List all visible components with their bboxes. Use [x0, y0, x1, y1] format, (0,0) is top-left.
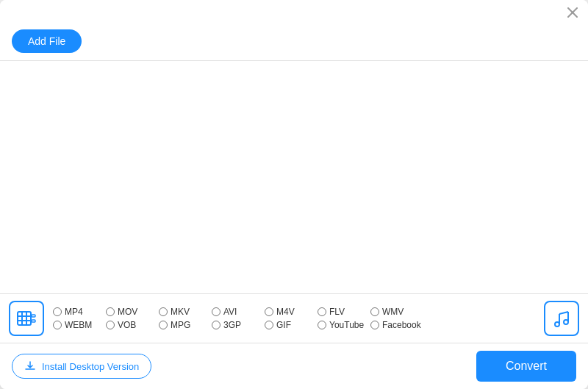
- format-m4v-label: M4V: [276, 307, 295, 317]
- svg-rect-2: [18, 312, 31, 325]
- install-label: Install Desktop Version: [42, 361, 139, 372]
- format-mp4[interactable]: MP4: [53, 307, 106, 317]
- title-bar: [0, 0, 588, 25]
- format-flv-label: FLV: [329, 307, 345, 317]
- add-file-button[interactable]: Add File: [12, 29, 82, 53]
- format-gif-label: GIF: [276, 320, 291, 330]
- download-icon: [24, 360, 36, 372]
- format-facebook-label: Facebook: [382, 320, 421, 330]
- format-m4v[interactable]: M4V: [265, 307, 318, 317]
- format-row-2: WEBM VOB MPG 3GP GIF: [53, 320, 538, 330]
- format-avi[interactable]: AVI: [212, 307, 265, 317]
- format-youtube[interactable]: YouTube: [318, 320, 370, 330]
- format-options: MP4 MOV MKV AVI M4V: [53, 307, 538, 330]
- format-mpg[interactable]: MPG: [159, 320, 212, 330]
- format-3gp-label: 3GP: [223, 320, 241, 330]
- format-3gp[interactable]: 3GP: [212, 320, 265, 330]
- format-vob[interactable]: VOB: [106, 320, 159, 330]
- music-format-icon[interactable]: [544, 301, 579, 336]
- format-mov[interactable]: MOV: [106, 307, 159, 317]
- svg-rect-8: [32, 320, 35, 322]
- format-vob-label: VOB: [118, 320, 136, 330]
- svg-rect-7: [32, 315, 35, 317]
- toolbar: Add File: [0, 25, 588, 60]
- format-mkv[interactable]: MKV: [159, 307, 212, 317]
- convert-button[interactable]: Convert: [476, 351, 576, 382]
- format-bar: MP4 MOV MKV AVI M4V: [0, 293, 588, 343]
- app-window: Add File MP4: [0, 0, 588, 389]
- format-mov-label: MOV: [118, 307, 137, 317]
- svg-line-13: [559, 312, 568, 314]
- close-button[interactable]: [566, 6, 579, 19]
- format-row-1: MP4 MOV MKV AVI M4V: [53, 307, 538, 317]
- bottom-bar: Install Desktop Version Convert: [0, 343, 588, 389]
- install-desktop-button[interactable]: Install Desktop Version: [12, 354, 151, 379]
- format-wmv-label: WMV: [382, 307, 404, 317]
- format-mp4-label: MP4: [65, 307, 83, 317]
- format-mpg-label: MPG: [171, 320, 190, 330]
- format-wmv[interactable]: WMV: [370, 307, 423, 317]
- format-mkv-label: MKV: [171, 307, 190, 317]
- video-format-icon: [9, 301, 44, 336]
- format-flv[interactable]: FLV: [318, 307, 370, 317]
- format-webm[interactable]: WEBM: [53, 320, 106, 330]
- format-youtube-label: YouTube: [329, 320, 364, 330]
- format-webm-label: WEBM: [65, 320, 92, 330]
- format-facebook[interactable]: Facebook: [370, 320, 423, 330]
- content-area: [0, 61, 588, 293]
- format-avi-label: AVI: [223, 307, 237, 317]
- format-gif[interactable]: GIF: [265, 320, 318, 330]
